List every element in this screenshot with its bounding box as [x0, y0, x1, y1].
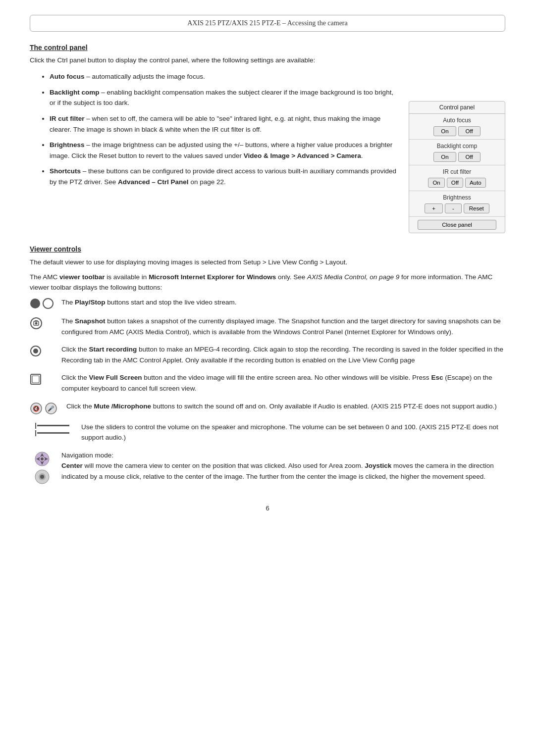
viewer-row-slider: Use the sliders to control the volume on… — [30, 422, 505, 443]
play-icon — [30, 298, 41, 309]
bullet-bold: Brightness — [50, 141, 85, 149]
cp-autofocus-section: Auto focus On Off — [409, 114, 505, 140]
bullet-text: – the image brightness can be adjusted u… — [50, 141, 392, 159]
brightness-reset-button[interactable]: Reset — [464, 203, 489, 213]
list-item: Brightness – the image brightness can be… — [50, 140, 399, 161]
snapshot-icon — [30, 317, 54, 330]
stop-icon — [43, 298, 54, 309]
play-stop-text: The Play/Stop buttons start and stop the… — [61, 297, 505, 308]
svg-point-19 — [41, 457, 44, 460]
main-content: Auto focus – automatically adjusts the i… — [30, 71, 399, 233]
record-text: Click the Start recording button to make… — [61, 344, 505, 365]
cp-autofocus-label: Auto focus — [413, 117, 501, 124]
fullscreen-icon — [30, 373, 54, 385]
slider-text: Use the sliders to control the volume on… — [81, 422, 505, 443]
mute-mic-icon: 🔇 🎤 — [30, 402, 59, 415]
list-item: Auto focus – automatically adjusts the i… — [50, 71, 399, 82]
slider-icon — [30, 423, 74, 436]
snapshot-svg — [30, 317, 43, 330]
snapshot-text: The Snapshot button takes a snapshot of … — [61, 316, 505, 337]
svg-point-0 — [30, 299, 40, 308]
ircut-on-button[interactable]: On — [428, 178, 444, 188]
cp-ircut-buttons: On Off Auto — [413, 178, 501, 188]
viewer-row-play-stop: The Play/Stop buttons start and stop the… — [30, 297, 505, 309]
bullet-text: – these buttons can be configured to pro… — [50, 167, 396, 186]
fullscreen-text: Click the View Full Screen button and th… — [61, 372, 505, 394]
mic-icon: 🎤 — [45, 402, 57, 415]
svg-rect-5 — [35, 320, 38, 321]
control-panel-heading: The control panel — [30, 44, 505, 51]
joystick-nav-icon — [34, 469, 50, 485]
bullet-text: – automatically adjusts the image focus. — [86, 73, 205, 80]
bullet-bold: Backlight comp — [50, 89, 100, 96]
cp-brightness-section: Brightness + - Reset — [409, 191, 505, 217]
cp-close-section: Close panel — [409, 217, 505, 233]
svg-rect-9 — [32, 376, 39, 383]
cp-brightness-buttons: + - Reset — [413, 203, 501, 213]
autofocus-on-button[interactable]: On — [433, 126, 456, 136]
nav-icon — [30, 451, 54, 485]
cp-ircut-label: IR cut filter — [413, 168, 501, 175]
viewer-row-record: Click the Start recording button to make… — [30, 344, 505, 365]
content-area: Auto focus – automatically adjusts the i… — [30, 71, 505, 233]
nav-label: Navigation mode: — [61, 452, 113, 459]
slider-tick-2 — [35, 430, 36, 436]
viewer-controls-heading: Viewer controls — [30, 245, 505, 253]
list-item: IR cut filter – when set to off, the cam… — [50, 113, 399, 135]
cp-backlight-section: Backlight comp On Off — [409, 140, 505, 165]
slider-bar-2 — [37, 432, 69, 434]
fullscreen-svg — [30, 373, 42, 385]
brightness-plus-button[interactable]: + — [425, 203, 443, 213]
bullet-bold: IR cut filter — [50, 115, 85, 122]
cp-title: Control panel — [409, 101, 505, 114]
svg-point-4 — [35, 322, 38, 325]
svg-point-22 — [40, 475, 44, 479]
cp-ircut-section: IR cut filter On Off Auto — [409, 165, 505, 191]
page-number: 6 — [30, 504, 505, 512]
control-panel-intro: Click the Ctrl panel button to display t… — [30, 55, 505, 65]
slider-visual-2 — [35, 430, 69, 436]
backlight-off-button[interactable]: Off — [458, 152, 481, 162]
bullet-bold: Auto focus — [50, 73, 85, 80]
slider-bar — [37, 425, 69, 426]
nav-text: Navigation mode: Center will move the ca… — [61, 450, 505, 482]
viewer-intro-1: The default viewer to use for displaying… — [30, 257, 505, 268]
list-item: Shortcuts – these buttons can be configu… — [50, 166, 399, 187]
mute-mic-text: Click the Mute /Microphone buttons to sw… — [66, 401, 505, 412]
bullet-text: – when set to off, the camera will be ab… — [50, 115, 380, 133]
close-panel-button[interactable]: Close panel — [418, 220, 496, 230]
ircut-auto-button[interactable]: Auto — [465, 178, 486, 188]
cp-backlight-label: Backlight comp — [413, 143, 501, 150]
mute-icon: 🔇 — [30, 402, 43, 415]
autofocus-off-button[interactable]: Off — [458, 126, 481, 136]
viewer-row-mute-mic: 🔇 🎤 Click the Mute /Microphone buttons t… — [30, 401, 505, 415]
cp-autofocus-buttons: On Off — [413, 126, 501, 136]
backlight-on-button[interactable]: On — [433, 152, 456, 162]
svg-text:🎤: 🎤 — [48, 405, 54, 412]
control-panel-box: Control panel Auto focus On Off Backligh… — [409, 101, 505, 233]
slider-tick — [35, 423, 36, 429]
page-title: AXIS 215 PTZ/AXIS 215 PTZ-E – Accessing … — [187, 19, 348, 27]
viewer-intro-2: The AMC viewer toolbar is available in M… — [30, 272, 505, 293]
play-stop-icon — [30, 298, 54, 309]
viewer-row-fullscreen: Click the View Full Screen button and th… — [30, 372, 505, 394]
list-item: Backlight comp – enabling backlight comp… — [50, 87, 399, 108]
svg-point-1 — [43, 299, 53, 308]
ircut-off-button[interactable]: Off — [447, 178, 463, 188]
viewer-row-nav: Navigation mode: Center will move the ca… — [30, 450, 505, 485]
feature-list: Auto focus – automatically adjusts the i… — [30, 71, 399, 187]
cp-brightness-label: Brightness — [413, 194, 501, 201]
slider-visual — [35, 423, 69, 429]
control-panel-sidebar: Control panel Auto focus On Off Backligh… — [409, 101, 505, 233]
cp-backlight-buttons: On Off — [413, 152, 501, 162]
brightness-minus-button[interactable]: - — [445, 203, 462, 213]
viewer-row-snapshot: The Snapshot button takes a snapshot of … — [30, 316, 505, 337]
bullet-bold: Shortcuts — [50, 167, 81, 175]
svg-point-7 — [33, 349, 38, 353]
viewer-controls-section: Viewer controls The default viewer to us… — [30, 245, 505, 485]
record-svg — [30, 345, 42, 357]
svg-text:🔇: 🔇 — [33, 405, 40, 412]
page-header: AXIS 215 PTZ/AXIS 215 PTZ-E – Accessing … — [30, 15, 505, 32]
bullet-text: – enabling backlight compensation makes … — [50, 89, 393, 107]
record-icon — [30, 345, 54, 357]
